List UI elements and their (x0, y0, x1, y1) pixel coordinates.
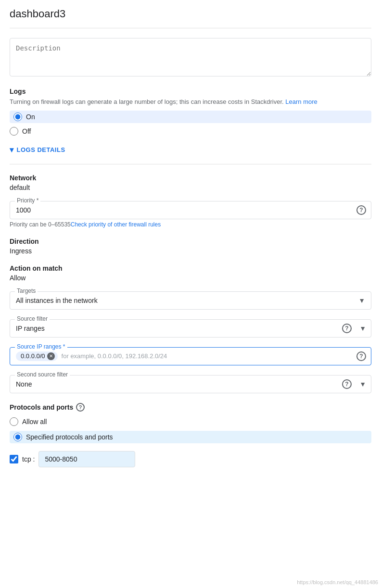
allow-all-radio[interactable] (10, 417, 18, 426)
second-source-filter-value: None (16, 380, 32, 388)
check-priority-link[interactable]: Check priority of other firewall rules (71, 221, 161, 228)
targets-arrow-icon: ▼ (358, 297, 365, 304)
source-ip-ranges-section: Source IP ranges * 0.0.0.0/0 ✕ for examp… (10, 347, 371, 365)
priority-section: Priority * ? Priority can be 0–65535Chec… (10, 201, 371, 228)
source-ip-ranges-legend: Source IP ranges * (15, 343, 67, 350)
source-filter-legend: Source filter (15, 315, 50, 322)
second-source-filter-wrapper: Second source filter None ? ▼ (10, 375, 371, 393)
specified-protocols-option[interactable]: Specified protocols and ports (10, 431, 371, 443)
priority-input[interactable] (16, 206, 352, 214)
second-source-filter-select[interactable]: None (10, 375, 371, 393)
source-ip-help-icon[interactable]: ? (356, 351, 366, 361)
priority-help-icon[interactable]: ? (356, 205, 366, 215)
watermark: https://blog.csdn.net/qq_44881486 (297, 579, 378, 585)
specified-protocols-radio[interactable] (13, 433, 22, 441)
second-source-filter-arrow-icon: ▼ (359, 380, 366, 388)
allow-all-label: Allow all (22, 418, 47, 425)
network-section: Network default (10, 174, 371, 191)
logs-off-radio[interactable] (10, 127, 18, 136)
source-ip-ranges-wrapper: Source IP ranges * 0.0.0.0/0 ✕ for examp… (10, 347, 371, 365)
source-filter-select[interactable]: IP ranges (10, 320, 371, 337)
action-on-match-label: Action on match (10, 264, 371, 272)
protocols-and-ports-section: Protocols and ports ? Allow all Specifie… (10, 403, 371, 467)
second-source-filter-section: Second source filter None ? ▼ (10, 375, 371, 393)
action-on-match-value: Allow (10, 274, 371, 282)
targets-legend: Targets (15, 288, 38, 294)
protocols-radio-group: Allow all Specified protocols and ports (10, 417, 371, 443)
ip-tag: 0.0.0.0/0 ✕ (16, 351, 58, 361)
logs-radio-group: On Off (10, 111, 371, 136)
protocols-and-ports-label: Protocols and ports ? (10, 403, 371, 412)
priority-input-wrapper: Priority * ? (10, 201, 371, 219)
description-textarea[interactable] (10, 38, 371, 76)
direction-section: Direction Ingress (10, 238, 371, 255)
priority-legend: Priority * (15, 197, 40, 204)
network-value: default (10, 184, 371, 191)
direction-label: Direction (10, 238, 371, 245)
description-group (10, 38, 371, 78)
network-label: Network (10, 174, 371, 182)
action-on-match-section: Action on match Allow (10, 264, 371, 282)
second-source-filter-legend: Second source filter (15, 371, 70, 378)
specified-protocols-label: Specified protocols and ports (26, 433, 113, 441)
protocols-help-icon[interactable]: ? (76, 403, 85, 412)
allow-all-option[interactable]: Allow all (10, 417, 371, 426)
logs-off-label: Off (22, 127, 31, 135)
source-filter-wrapper: Source filter IP ranges ? ▼ (10, 319, 371, 338)
source-filter-section: Source filter IP ranges ? ▼ (10, 319, 371, 338)
tcp-label: tcp : (22, 455, 35, 463)
logs-description: Turning on firewall logs can generate a … (10, 97, 371, 107)
logs-on-option[interactable]: On (10, 111, 371, 123)
ip-tag-close-icon[interactable]: ✕ (47, 352, 55, 360)
logs-off-option[interactable]: Off (10, 127, 371, 136)
logs-details-toggle[interactable]: ▾ LOGS DETAILS (10, 145, 371, 154)
logs-on-radio[interactable] (13, 113, 22, 121)
second-source-filter-help-icon[interactable]: ? (342, 379, 352, 389)
source-filter-arrow-icon: ▼ (359, 325, 366, 332)
priority-hint: Priority can be 0–65535Check priority of… (10, 221, 371, 228)
source-filter-value: IP ranges (16, 325, 45, 332)
ip-tag-value: 0.0.0.0/0 (21, 352, 45, 360)
logs-section: Logs Turning on firewall logs can genera… (10, 88, 371, 136)
logs-details-label: LOGS DETAILS (17, 146, 65, 153)
source-filter-help-icon[interactable]: ? (342, 324, 352, 333)
ip-placeholder: for example, 0.0.0.0/0, 192.168.2.0/24 (62, 352, 167, 360)
direction-value: Ingress (10, 247, 371, 255)
targets-wrapper: Targets All instances in the network ▼ (10, 291, 371, 310)
targets-value: All instances in the network (16, 297, 98, 304)
logs-on-label: On (26, 113, 35, 121)
divider-1 (10, 164, 371, 164)
targets-section: Targets All instances in the network ▼ (10, 291, 371, 310)
tcp-ports-input[interactable] (38, 451, 135, 467)
learn-more-link[interactable]: Learn more (285, 98, 317, 105)
tcp-row: tcp : (10, 451, 371, 467)
logs-label: Logs (10, 88, 371, 95)
targets-select[interactable]: All instances in the network ▼ (10, 292, 371, 309)
page-title: dashboard3 (10, 0, 371, 28)
chevron-down-icon: ▾ (10, 145, 14, 154)
tcp-checkbox[interactable] (10, 455, 18, 463)
